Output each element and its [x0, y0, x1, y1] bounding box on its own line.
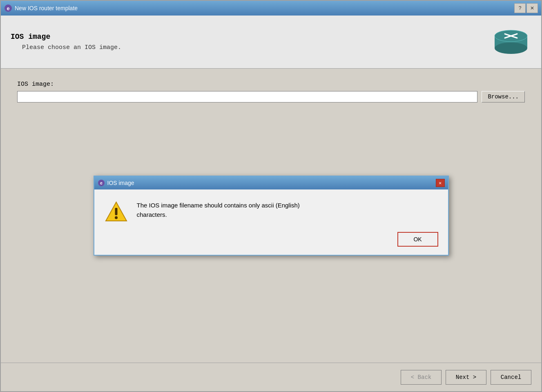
title-bar: e New IOS router template ? ✕: [1, 1, 541, 16]
ok-button[interactable]: OK: [397, 232, 438, 247]
dialog-ok-row: OK: [104, 230, 438, 247]
router-icon: [493, 28, 529, 56]
ios-image-dialog: e IOS image ✕: [94, 176, 449, 256]
back-button[interactable]: < Back: [401, 370, 442, 385]
footer-area: < Back Next > Cancel: [1, 363, 541, 391]
main-window: e New IOS router template ? ✕ IOS image …: [0, 0, 542, 392]
svg-point-12: [115, 216, 118, 219]
close-button[interactable]: ✕: [526, 3, 538, 13]
dialog-title: IOS image: [107, 180, 436, 186]
next-button[interactable]: Next >: [446, 370, 486, 385]
svg-point-4: [495, 42, 527, 54]
content-area: IOS image: Browse... e IOS image ✕: [1, 69, 541, 363]
router-icon-container: [491, 26, 531, 58]
dialog-app-icon: e: [98, 179, 105, 187]
cancel-button[interactable]: Cancel: [491, 370, 531, 385]
dialog-message: The IOS image filename should contains o…: [137, 199, 438, 219]
dialog-title-bar: e IOS image ✕: [94, 176, 448, 189]
warning-icon: [105, 201, 127, 222]
title-controls: ? ✕: [514, 3, 538, 13]
dialog-body: The IOS image filename should contains o…: [94, 189, 448, 255]
svg-text:e: e: [7, 6, 9, 12]
header-area: IOS image Please choose an IOS image.: [1, 16, 541, 69]
svg-text:e: e: [100, 181, 102, 186]
app-icon: e: [4, 4, 12, 12]
dialog-overlay: e IOS image ✕: [1, 69, 541, 363]
warning-icon-container: [104, 199, 129, 224]
window-title: New IOS router template: [15, 5, 514, 11]
header-text: IOS image Please choose an IOS image.: [11, 33, 121, 51]
svg-rect-11: [115, 208, 118, 215]
help-button[interactable]: ?: [514, 3, 526, 13]
dialog-content-row: The IOS image filename should contains o…: [104, 199, 438, 224]
header-subtitle: Please choose an IOS image.: [22, 44, 121, 51]
dialog-close-button[interactable]: ✕: [436, 179, 445, 187]
header-title: IOS image: [11, 33, 121, 41]
